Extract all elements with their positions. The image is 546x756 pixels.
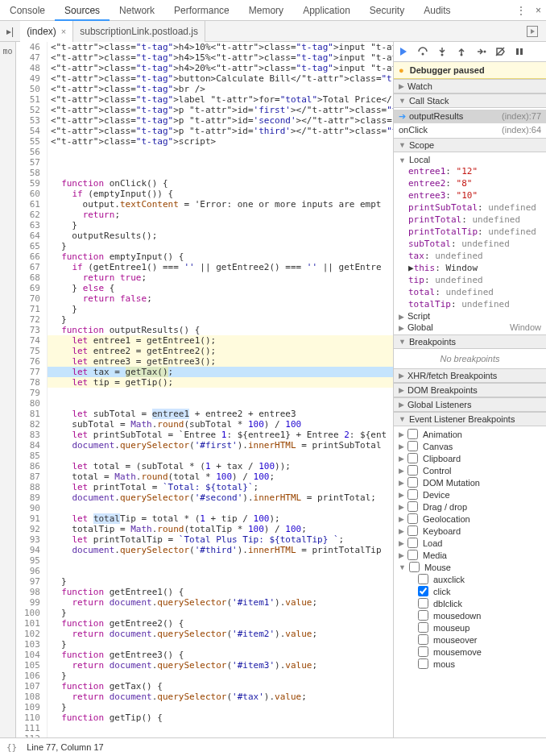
event-item[interactable]: auxclick [418,573,546,585]
callstack-body: ➔outputResults(index):77onClick(index):6… [394,108,546,138]
format-icon[interactable]: {} [6,742,17,753]
chevron-right-icon: ▶ [399,491,404,499]
section-dom[interactable]: ▶DOM Breakpoints [394,383,546,397]
scope-variable[interactable]: printTotal: undefined [408,214,546,226]
stack-frame[interactable]: onClick(index):64 [394,123,546,136]
tab-audits[interactable]: Audits [414,0,460,21]
category-checkbox[interactable] [407,441,418,451]
category-checkbox[interactable] [407,501,418,512]
step-into-button[interactable] [436,45,449,58]
event-checkbox[interactable] [418,646,428,657]
code-editor[interactable]: 4647484950515253545556575859606162636465… [16,42,393,756]
event-item[interactable]: dblclick [418,597,546,609]
tab-memory[interactable]: Memory [239,0,293,21]
chevron-down-icon: ▼ [399,97,406,105]
scope-body: ▼Local entree1: "12"entree2: "8"entree3:… [394,152,546,334]
event-checkbox[interactable] [418,598,428,609]
event-item[interactable]: click [418,585,546,597]
chevron-right-icon: ▶ [399,401,404,409]
scope-local[interactable]: ▼Local [394,154,546,165]
category-checkbox[interactable] [407,465,418,476]
event-category[interactable]: ▶Media [394,549,546,561]
category-checkbox[interactable] [407,453,418,463]
event-checkbox[interactable] [418,658,428,669]
event-category[interactable]: ▶Device [394,488,546,501]
tab-console[interactable]: Console [0,0,55,21]
category-checkbox[interactable] [407,550,418,560]
event-category[interactable]: ▶DOM Mutation [394,476,546,488]
event-item[interactable]: mouseup [418,621,546,633]
section-event-listener[interactable]: ▼Event Listener Breakpoints [394,412,546,426]
section-watch[interactable]: ▶Watch [394,79,546,93]
event-category[interactable]: ▶Canvas [394,440,546,452]
close-icon[interactable]: × [61,21,66,42]
line-gutter: 4647484950515253545556575859606162636465… [16,42,48,756]
pause-exceptions-button[interactable] [513,45,526,58]
step-button[interactable] [474,45,487,58]
event-category[interactable]: ▶Control [394,464,546,476]
category-checkbox[interactable] [409,562,420,572]
resume-button[interactable] [397,45,410,58]
category-checkbox[interactable] [407,489,418,500]
step-over-button[interactable] [416,45,429,58]
scope-variable[interactable]: subTotal: undefined [408,238,546,250]
event-category[interactable]: ▶Drag / drop [394,501,546,513]
event-category[interactable]: ▶Load [394,537,546,549]
deactivate-breakpoints-button[interactable] [494,45,507,58]
scope-variable[interactable]: tax: undefined [408,250,546,262]
scope-script[interactable]: ▶Script [394,310,546,322]
scope-variable[interactable]: printSubTotal: undefined [408,201,546,214]
category-checkbox[interactable] [407,513,418,524]
scope-variable[interactable]: printTotalTip: undefined [408,226,546,238]
scope-variable[interactable]: tip: undefined [408,274,546,286]
event-checkbox[interactable] [418,574,428,584]
navigator-icon[interactable]: ▸| [0,26,20,37]
scope-variable[interactable]: entree2: "8" [408,177,546,189]
scope-variable[interactable]: entree1: "12" [408,165,546,177]
section-callstack[interactable]: ▼Call Stack [394,93,546,108]
event-checkbox[interactable] [418,634,428,645]
tab-performance[interactable]: Performance [164,0,239,21]
event-checkbox[interactable] [418,610,428,621]
stack-frame[interactable]: ➔outputResults(index):77 [394,110,546,123]
event-item[interactable]: mousemove [418,646,546,658]
run-icon[interactable] [520,26,546,37]
event-checkbox[interactable] [418,586,428,596]
event-category[interactable]: ▶Geolocation [394,513,546,525]
more-icon[interactable]: ⋮ [511,5,531,16]
tab-application[interactable]: Application [293,0,360,21]
chevron-right-icon: ▶ [399,430,404,438]
section-global-listeners[interactable]: ▶Global Listeners [394,397,546,412]
section-scope[interactable]: ▼Scope [394,138,546,152]
scope-variable[interactable]: entree3: "10" [408,189,546,201]
tab-security[interactable]: Security [360,0,414,21]
event-item[interactable]: mouseover [418,633,546,646]
code-content[interactable]: <"t-attr">class="t-tag">h4>10%<"t-attr">… [48,42,393,756]
file-tab-index[interactable]: (index) × [20,21,73,42]
event-category[interactable]: ▶Animation [394,428,546,440]
category-checkbox[interactable] [407,538,418,548]
chevron-down-icon: ▼ [399,156,406,164]
event-item[interactable]: mous [418,658,546,670]
tab-sources[interactable]: Sources [55,0,110,21]
chevron-right-icon: ▶ [399,386,404,394]
step-out-button[interactable] [455,45,468,58]
tab-network[interactable]: Network [110,0,164,21]
svg-rect-6 [516,48,519,55]
event-category[interactable]: ▶Clipboard [394,452,546,464]
file-tab-subscription[interactable]: subscriptionLink.postload.js [73,21,205,42]
category-checkbox[interactable] [407,525,418,536]
category-checkbox[interactable] [407,477,418,488]
event-category[interactable]: ▼Mouse [394,561,546,573]
section-breakpoints[interactable]: ▼Breakpoints [394,334,546,349]
event-item[interactable]: mousedown [418,609,546,621]
scope-variable[interactable]: ▶this: Window [408,262,546,274]
close-icon[interactable]: × [531,5,546,16]
event-checkbox[interactable] [418,622,428,633]
scope-variable[interactable]: total: undefined [408,286,546,298]
event-category[interactable]: ▶Keyboard [394,525,546,537]
scope-variable[interactable]: totalTip: undefined [408,298,546,310]
category-checkbox[interactable] [407,429,418,439]
section-xhr[interactable]: ▶XHR/fetch Breakpoints [394,368,546,383]
scope-global[interactable]: ▶GlobalWindow [394,322,546,333]
